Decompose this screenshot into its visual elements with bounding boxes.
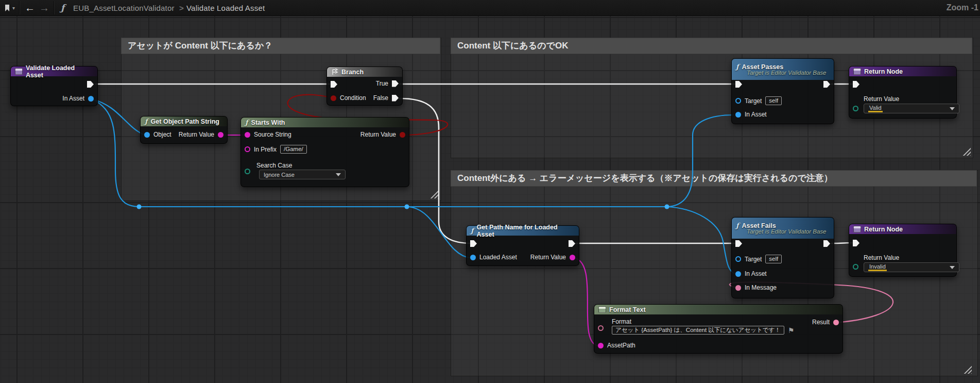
node-title: Return Node bbox=[864, 68, 903, 75]
branch-icon bbox=[331, 69, 338, 75]
exec-input-pin[interactable] bbox=[853, 81, 859, 88]
exec-input-pin[interactable] bbox=[853, 240, 859, 246]
chevron-down-icon bbox=[950, 107, 955, 110]
string-pin[interactable] bbox=[598, 343, 604, 348]
exec-input-pin[interactable] bbox=[331, 81, 337, 88]
format-label: Format bbox=[612, 318, 631, 325]
node-title: Branch bbox=[341, 69, 364, 76]
node-title: Format Text bbox=[609, 306, 646, 313]
node-get-path-name[interactable]: ƒ Get Path Name for Loaded Asset Loaded … bbox=[466, 225, 579, 266]
dropdown-value: Valid bbox=[868, 105, 883, 112]
enum-pin[interactable] bbox=[853, 106, 858, 111]
pin-label: Target bbox=[745, 97, 762, 105]
blueprint-graph-canvas[interactable]: アセットが Content 以下にあるか？ Content 以下にあるのでOK … bbox=[0, 0, 980, 383]
node-get-object-path-string[interactable]: ƒ Get Object Path String Object Return V… bbox=[140, 116, 228, 144]
in-prefix-field[interactable]: /Game/ bbox=[280, 145, 307, 154]
exec-output-pin[interactable] bbox=[392, 80, 399, 87]
object-pin[interactable] bbox=[735, 112, 741, 118]
function-icon: ƒ bbox=[245, 119, 248, 126]
object-pin[interactable] bbox=[144, 132, 150, 138]
string-pin[interactable] bbox=[218, 132, 223, 138]
exec-output-pin[interactable] bbox=[823, 240, 830, 247]
format-text-field[interactable]: アセット {AssetPath} は、Content 以下にないアセットです！ bbox=[612, 326, 784, 335]
chevron-down-icon: ▾ bbox=[12, 5, 15, 11]
function-graph-icon: ƒ bbox=[61, 0, 64, 15]
text-pin[interactable] bbox=[833, 320, 839, 325]
search-case-label: Search Case bbox=[256, 162, 292, 169]
pin-label: In Asset bbox=[62, 95, 84, 102]
exec-output-pin[interactable] bbox=[823, 81, 830, 88]
pin-row-object: Object bbox=[144, 131, 171, 138]
pin-row-in-prefix: In Prefix /Game/ bbox=[245, 145, 307, 154]
exec-input-pin[interactable] bbox=[470, 240, 477, 247]
target-self-field[interactable]: self bbox=[765, 255, 782, 263]
object-pin[interactable] bbox=[88, 96, 94, 102]
pin-row-loaded-asset: Loaded Asset bbox=[470, 254, 517, 261]
flag-icon[interactable]: ⚑ bbox=[788, 326, 795, 335]
pin-row-condition: Condition bbox=[331, 94, 366, 102]
pin-label: Result bbox=[812, 319, 830, 326]
exec-output-pin[interactable] bbox=[87, 81, 94, 88]
wire-junction-dot bbox=[665, 205, 669, 209]
pin-row-return-value: Return Value bbox=[530, 254, 575, 261]
back-button[interactable]: ← bbox=[25, 0, 35, 15]
node-asset-passes[interactable]: ƒ Asset Passes Target is Editor Validato… bbox=[731, 58, 834, 124]
pin-label: In Prefix bbox=[254, 146, 277, 153]
pin-label: Object bbox=[153, 131, 171, 138]
pin-label: AssetPath bbox=[607, 342, 635, 349]
string-pin[interactable] bbox=[245, 132, 250, 138]
format-field-row: アセット {AssetPath} は、Content 以下にないアセットです！ … bbox=[612, 326, 794, 335]
pin-row-target: Target self bbox=[735, 96, 782, 105]
node-asset-fails[interactable]: ƒ Asset Fails Target is Editor Validator… bbox=[731, 217, 834, 298]
return-value-dropdown[interactable]: Invalid bbox=[864, 262, 959, 272]
string-pin[interactable] bbox=[570, 255, 575, 260]
node-branch[interactable]: Branch True Condition False bbox=[326, 66, 403, 106]
search-case-dropdown[interactable]: Ignore Case bbox=[259, 170, 346, 179]
graph-toolbar: ▾ ← → ƒ EUB_AssetLocationValidator > Val… bbox=[0, 0, 980, 16]
object-pin[interactable] bbox=[470, 255, 476, 260]
forward-button[interactable]: → bbox=[39, 0, 49, 15]
return-value-dropdown[interactable]: Valid bbox=[864, 104, 959, 113]
chevron-down-icon bbox=[336, 173, 341, 176]
node-subtitle: Target is Editor Validator Base bbox=[736, 228, 830, 235]
breadcrumb-current[interactable]: Validate Loaded Asset bbox=[186, 0, 265, 15]
result-node-icon bbox=[853, 68, 861, 75]
target-self-field[interactable]: self bbox=[765, 96, 782, 105]
node-format-text[interactable]: Format Text Format アセット {AssetPath} は、Co… bbox=[594, 304, 843, 354]
enum-pin[interactable] bbox=[853, 264, 858, 270]
pin-row-return-value: Return Value bbox=[360, 131, 405, 138]
dropdown-value: Invalid bbox=[868, 263, 887, 271]
node-return-valid[interactable]: Return Node Return Value Valid bbox=[849, 66, 957, 119]
pin-label: Return Value bbox=[530, 254, 566, 261]
return-value-label: Return Value bbox=[864, 254, 899, 261]
object-pin[interactable] bbox=[735, 98, 741, 104]
node-title: Starts With bbox=[251, 119, 285, 126]
object-pin[interactable] bbox=[735, 271, 741, 277]
pin-label: False bbox=[373, 94, 388, 102]
pin-row-return-value: Return Value bbox=[179, 131, 223, 138]
function-icon: ƒ bbox=[145, 118, 148, 125]
pin-row-in-message: In Message bbox=[735, 284, 777, 291]
breadcrumb-parent[interactable]: EUB_AssetLocationValidator bbox=[73, 0, 175, 15]
bool-pin[interactable] bbox=[331, 95, 336, 101]
enum-pin[interactable] bbox=[245, 169, 250, 174]
node-return-invalid[interactable]: Return Node Return Value Invalid bbox=[849, 224, 957, 277]
object-pin[interactable] bbox=[735, 256, 741, 262]
pin-label: Target bbox=[745, 256, 762, 263]
wire-inasset-object bbox=[92, 99, 145, 135]
node-validate-loaded-asset[interactable]: Validate Loaded Asset In Asset bbox=[10, 66, 98, 106]
exec-input-pin[interactable] bbox=[735, 240, 742, 247]
pin-label: Loaded Asset bbox=[479, 254, 517, 261]
wire-junction-dot bbox=[137, 205, 142, 209]
string-pin[interactable] bbox=[245, 146, 250, 152]
exec-input-pin[interactable] bbox=[735, 81, 742, 88]
text-pin[interactable] bbox=[598, 325, 604, 331]
node-starts-with[interactable]: ƒ Starts With Source String Return Value… bbox=[240, 117, 409, 187]
pin-row-result: Result bbox=[812, 319, 839, 326]
bool-pin[interactable] bbox=[400, 132, 405, 138]
bookmarks-button[interactable]: ▾ bbox=[4, 0, 15, 15]
exec-output-pin[interactable] bbox=[569, 240, 575, 247]
exec-output-pin[interactable] bbox=[392, 95, 399, 102]
text-pin[interactable] bbox=[735, 285, 741, 291]
pin-label: In Message bbox=[745, 284, 777, 291]
